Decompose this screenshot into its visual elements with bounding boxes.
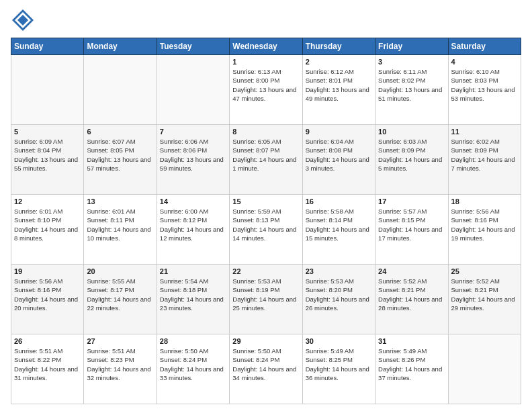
day-info: Sunrise: 6:13 AM Sunset: 8:00 PM Dayligh…	[232, 67, 299, 103]
day-number: 27	[87, 337, 153, 345]
day-info: Sunrise: 5:51 AM Sunset: 8:22 PM Dayligh…	[14, 347, 81, 382]
page: SundayMondayTuesdayWednesdayThursdayFrid…	[0, 0, 532, 411]
day-info: Sunrise: 6:09 AM Sunset: 8:04 PM Dayligh…	[14, 137, 81, 173]
day-number: 14	[160, 197, 226, 205]
calendar-cell: 9Sunrise: 6:04 AM Sunset: 8:08 PM Daylig…	[302, 125, 375, 195]
day-number: 23	[306, 267, 372, 275]
day-info: Sunrise: 5:51 AM Sunset: 8:23 PM Dayligh…	[87, 347, 153, 382]
day-number: 5	[14, 128, 81, 136]
day-number: 26	[14, 337, 81, 345]
calendar-cell: 16Sunrise: 5:58 AM Sunset: 8:14 PM Dayli…	[302, 195, 375, 265]
calendar-header-friday: Friday	[375, 38, 448, 55]
day-number: 3	[378, 58, 445, 66]
calendar-cell: 27Sunrise: 5:51 AM Sunset: 8:23 PM Dayli…	[84, 334, 157, 404]
calendar-cell: 10Sunrise: 6:03 AM Sunset: 8:09 PM Dayli…	[375, 125, 448, 195]
day-number: 7	[160, 128, 226, 136]
calendar-cell: 26Sunrise: 5:51 AM Sunset: 8:22 PM Dayli…	[11, 334, 84, 404]
calendar-cell: 6Sunrise: 6:07 AM Sunset: 8:05 PM Daylig…	[84, 125, 157, 195]
day-info: Sunrise: 5:49 AM Sunset: 8:25 PM Dayligh…	[306, 347, 372, 382]
calendar-header-tuesday: Tuesday	[157, 38, 229, 55]
day-number: 11	[451, 128, 518, 136]
calendar-cell: 1Sunrise: 6:13 AM Sunset: 8:00 PM Daylig…	[230, 55, 302, 125]
day-number: 18	[451, 197, 518, 205]
calendar-cell: 7Sunrise: 6:06 AM Sunset: 8:06 PM Daylig…	[157, 125, 229, 195]
calendar-cell: 29Sunrise: 5:50 AM Sunset: 8:24 PM Dayli…	[230, 334, 302, 404]
day-info: Sunrise: 6:06 AM Sunset: 8:06 PM Dayligh…	[160, 137, 226, 173]
day-number: 8	[232, 128, 299, 136]
calendar-cell: 5Sunrise: 6:09 AM Sunset: 8:04 PM Daylig…	[11, 125, 84, 195]
calendar-cell: 18Sunrise: 5:56 AM Sunset: 8:16 PM Dayli…	[448, 195, 521, 265]
day-info: Sunrise: 5:55 AM Sunset: 8:17 PM Dayligh…	[87, 277, 153, 312]
calendar-cell: 19Sunrise: 5:56 AM Sunset: 8:16 PM Dayli…	[11, 265, 84, 334]
day-info: Sunrise: 5:50 AM Sunset: 8:24 PM Dayligh…	[232, 347, 299, 382]
day-number: 31	[378, 337, 445, 345]
calendar-cell: 23Sunrise: 5:53 AM Sunset: 8:20 PM Dayli…	[302, 265, 375, 334]
calendar-cell	[448, 334, 521, 404]
calendar-week-row: 1Sunrise: 6:13 AM Sunset: 8:00 PM Daylig…	[11, 55, 521, 125]
calendar-cell: 17Sunrise: 5:57 AM Sunset: 8:15 PM Dayli…	[375, 195, 448, 265]
calendar-cell: 20Sunrise: 5:55 AM Sunset: 8:17 PM Dayli…	[84, 265, 157, 334]
day-info: Sunrise: 5:56 AM Sunset: 8:16 PM Dayligh…	[451, 207, 518, 242]
day-number: 19	[14, 267, 81, 275]
day-number: 28	[160, 337, 226, 345]
day-info: Sunrise: 6:01 AM Sunset: 8:10 PM Dayligh…	[14, 207, 81, 242]
day-info: Sunrise: 5:52 AM Sunset: 8:21 PM Dayligh…	[378, 277, 445, 312]
day-info: Sunrise: 5:53 AM Sunset: 8:19 PM Dayligh…	[232, 277, 299, 312]
day-info: Sunrise: 6:10 AM Sunset: 8:03 PM Dayligh…	[451, 67, 518, 103]
day-info: Sunrise: 6:07 AM Sunset: 8:05 PM Dayligh…	[87, 137, 153, 173]
calendar-cell: 14Sunrise: 6:00 AM Sunset: 8:12 PM Dayli…	[157, 195, 229, 265]
day-number: 10	[378, 128, 445, 136]
calendar-header-sunday: Sunday	[11, 38, 84, 55]
calendar-week-row: 5Sunrise: 6:09 AM Sunset: 8:04 PM Daylig…	[11, 125, 521, 195]
calendar-week-row: 12Sunrise: 6:01 AM Sunset: 8:10 PM Dayli…	[11, 195, 521, 265]
calendar-cell: 2Sunrise: 6:12 AM Sunset: 8:01 PM Daylig…	[302, 55, 375, 125]
day-info: Sunrise: 5:54 AM Sunset: 8:18 PM Dayligh…	[160, 277, 226, 312]
calendar-cell: 25Sunrise: 5:52 AM Sunset: 8:21 PM Dayli…	[448, 265, 521, 334]
calendar-cell: 12Sunrise: 6:01 AM Sunset: 8:10 PM Dayli…	[11, 195, 84, 265]
calendar-cell: 4Sunrise: 6:10 AM Sunset: 8:03 PM Daylig…	[448, 55, 521, 125]
calendar: SundayMondayTuesdayWednesdayThursdayFrid…	[11, 38, 521, 404]
calendar-cell: 31Sunrise: 5:49 AM Sunset: 8:26 PM Dayli…	[375, 334, 448, 404]
calendar-cell: 24Sunrise: 5:52 AM Sunset: 8:21 PM Dayli…	[375, 265, 448, 334]
day-number: 22	[232, 267, 299, 275]
day-info: Sunrise: 6:03 AM Sunset: 8:09 PM Dayligh…	[378, 137, 445, 173]
day-number: 2	[306, 58, 372, 66]
day-info: Sunrise: 6:05 AM Sunset: 8:07 PM Dayligh…	[232, 137, 299, 173]
day-number: 20	[87, 267, 153, 275]
calendar-cell: 13Sunrise: 6:01 AM Sunset: 8:11 PM Dayli…	[84, 195, 157, 265]
day-info: Sunrise: 6:02 AM Sunset: 8:09 PM Dayligh…	[451, 137, 518, 173]
calendar-cell	[157, 55, 229, 125]
calendar-week-row: 26Sunrise: 5:51 AM Sunset: 8:22 PM Dayli…	[11, 334, 521, 404]
day-info: Sunrise: 5:53 AM Sunset: 8:20 PM Dayligh…	[306, 277, 372, 312]
day-number: 1	[232, 58, 299, 66]
day-info: Sunrise: 6:00 AM Sunset: 8:12 PM Dayligh…	[160, 207, 226, 242]
day-number: 9	[306, 128, 372, 136]
calendar-cell: 22Sunrise: 5:53 AM Sunset: 8:19 PM Dayli…	[230, 265, 302, 334]
day-number: 25	[451, 267, 518, 275]
calendar-header-wednesday: Wednesday	[230, 38, 302, 55]
calendar-header-thursday: Thursday	[302, 38, 375, 55]
calendar-cell: 21Sunrise: 5:54 AM Sunset: 8:18 PM Dayli…	[157, 265, 229, 334]
calendar-cell	[11, 55, 84, 125]
day-info: Sunrise: 5:50 AM Sunset: 8:24 PM Dayligh…	[160, 347, 226, 382]
day-info: Sunrise: 5:49 AM Sunset: 8:26 PM Dayligh…	[378, 347, 445, 382]
day-info: Sunrise: 5:56 AM Sunset: 8:16 PM Dayligh…	[14, 277, 81, 312]
day-number: 24	[378, 267, 445, 275]
calendar-header-monday: Monday	[84, 38, 157, 55]
calendar-week-row: 19Sunrise: 5:56 AM Sunset: 8:16 PM Dayli…	[11, 265, 521, 334]
logo	[11, 8, 38, 35]
calendar-header-row: SundayMondayTuesdayWednesdayThursdayFrid…	[11, 38, 521, 55]
day-info: Sunrise: 5:58 AM Sunset: 8:14 PM Dayligh…	[306, 207, 372, 242]
day-number: 4	[451, 58, 518, 66]
day-info: Sunrise: 5:59 AM Sunset: 8:13 PM Dayligh…	[232, 207, 299, 242]
day-number: 29	[232, 337, 299, 345]
day-number: 21	[160, 267, 226, 275]
day-info: Sunrise: 6:11 AM Sunset: 8:02 PM Dayligh…	[378, 67, 445, 103]
calendar-header-saturday: Saturday	[448, 38, 521, 55]
day-number: 13	[87, 197, 153, 205]
calendar-cell: 3Sunrise: 6:11 AM Sunset: 8:02 PM Daylig…	[375, 55, 448, 125]
calendar-cell: 11Sunrise: 6:02 AM Sunset: 8:09 PM Dayli…	[448, 125, 521, 195]
day-info: Sunrise: 5:52 AM Sunset: 8:21 PM Dayligh…	[451, 277, 518, 312]
day-info: Sunrise: 6:12 AM Sunset: 8:01 PM Dayligh…	[306, 67, 372, 103]
day-info: Sunrise: 6:01 AM Sunset: 8:11 PM Dayligh…	[87, 207, 153, 242]
